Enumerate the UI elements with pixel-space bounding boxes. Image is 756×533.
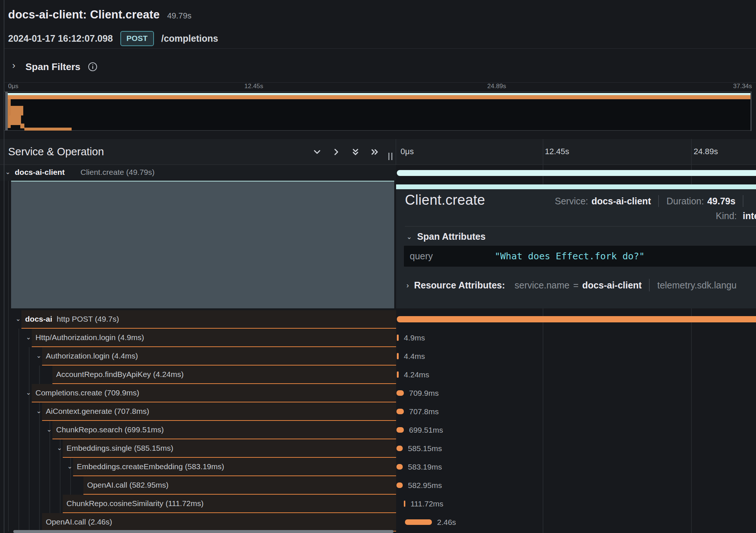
span-duration-marker[interactable]	[396, 464, 403, 470]
chevron-down-icon[interactable]: ⌄	[26, 389, 31, 397]
span-row[interactable]: ⌄ Http/Authorization.login (4.9ms) 4.9ms	[0, 329, 756, 347]
span-service-name: docs-ai	[25, 315, 52, 323]
span-row-timeline-cell[interactable]: 2.46s	[396, 513, 756, 532]
expand-one-icon[interactable]	[331, 147, 341, 157]
span-duration-marker[interactable]	[397, 371, 399, 378]
span-row[interactable]: ⌄ OpenAI.call (582.95ms) 582.95ms	[0, 476, 756, 495]
resource-attributes-section[interactable]: › Resource Attributes: service.name = do…	[406, 279, 736, 291]
span-duration-marker[interactable]	[396, 427, 404, 433]
chevron-down-icon[interactable]: ⌄	[36, 352, 41, 360]
span-row-timeline-cell[interactable]: 709.9ms	[396, 384, 756, 402]
chevron-down-icon[interactable]: ⌄	[36, 407, 41, 415]
span-row-timeline-cell[interactable]: 4.9ms	[396, 329, 756, 347]
detail-meta-row: Service: docs-ai-client Duration: 49.79s	[555, 195, 751, 207]
duration-label: Duration:	[666, 196, 704, 207]
span-attributes-section[interactable]: ⌄ Span Attributes	[406, 231, 485, 242]
span-duration-label: 583.19ms	[408, 458, 442, 476]
root-span-row[interactable]: ⌄ docs-ai-client Client.create (49.79s)	[0, 165, 756, 181]
span-row-timeline-cell[interactable]: 582.95ms	[396, 476, 756, 495]
span-operation-label: ChunkRepo.cosineSimilarity (111.72ms)	[66, 499, 204, 508]
info-icon[interactable]	[87, 62, 98, 72]
span-duration-marker[interactable]	[404, 501, 405, 507]
trace-minimap[interactable]	[4, 91, 752, 131]
chevron-right-icon[interactable]: ›	[12, 60, 16, 71]
expand-all-icon[interactable]	[370, 147, 380, 157]
root-span-row-left[interactable]: ⌄ docs-ai-client Client.create (49.79s)	[0, 165, 396, 181]
span-row-timeline-cell[interactable]: 707.8ms	[396, 402, 756, 421]
span-duration-marker[interactable]	[396, 409, 404, 414]
span-row-tree-cell[interactable]: ⌄ docs-ai http POST (49.7s)	[0, 310, 396, 329]
span-operation-label: Embeddings.single (585.15ms)	[66, 444, 173, 453]
chevron-down-icon[interactable]: ⌄	[16, 315, 21, 323]
span-duration-marker[interactable]	[397, 335, 399, 341]
collapse-all-icon[interactable]	[350, 147, 361, 157]
span-row-timeline-cell[interactable]: 4.4ms	[396, 347, 756, 366]
attribute-key: query	[410, 246, 433, 267]
span-row-tree-cell[interactable]: ⌄ Authorization.login (4.4ms)	[0, 347, 396, 366]
span-row[interactable]: ⌄ Embeddings.single (585.15ms) 585.15ms	[0, 439, 756, 458]
span-filters-section[interactable]: › Span Filters	[0, 58, 332, 77]
duration-value: 49.79s	[707, 196, 735, 207]
root-span-duration-bar[interactable]	[397, 170, 756, 176]
span-row-timeline-cell[interactable]: 585.15ms	[396, 439, 756, 458]
column-resize-handle[interactable]	[388, 153, 394, 160]
chevron-down-icon[interactable]: ⌄	[26, 333, 31, 341]
span-row-surface: Embeddings.createEmbedding (583.19ms)	[73, 458, 396, 476]
span-duration-marker[interactable]	[397, 353, 399, 359]
span-row-surface: docs-ai http POST (49.7s)	[21, 310, 396, 329]
span-row[interactable]: ⌄ Embeddings.createEmbedding (583.19ms) …	[0, 458, 756, 476]
span-duration-marker[interactable]	[396, 446, 403, 451]
span-row-tree-cell[interactable]: ⌄ AccountRepo.findByApiKey (4.24ms)	[0, 366, 396, 384]
span-row-tree-cell[interactable]: ⌄ ChunkRepo.cosineSimilarity (111.72ms)	[0, 495, 396, 513]
span-row-tree-cell[interactable]: ⌄ Embeddings.single (585.15ms)	[0, 439, 396, 458]
minimap-tick-label: 0μs	[8, 83, 18, 90]
collapse-one-icon[interactable]	[312, 147, 322, 157]
minimap-tick-label: 24.89s	[487, 83, 506, 90]
span-row-timeline-cell[interactable]: 111.72ms	[396, 495, 756, 513]
resource-key: service.name	[515, 280, 570, 291]
minimap-drag-handle[interactable]	[5, 92, 8, 130]
chevron-down-icon[interactable]: ⌄	[406, 233, 412, 241]
attribute-value: "What does Effect.fork do?"	[495, 246, 645, 267]
span-duration-marker[interactable]	[405, 519, 432, 525]
span-operation-label: Http/Authorization.login (4.9ms)	[35, 333, 144, 342]
span-row[interactable]: ⌄ AccountRepo.findByApiKey (4.24ms) 4.24…	[0, 366, 756, 384]
span-row[interactable]: ⌄ ChunkRepo.cosineSimilarity (111.72ms) …	[0, 495, 756, 513]
chevron-down-icon[interactable]: ⌄	[5, 168, 10, 176]
span-row-tree-cell[interactable]: ⌄ Completions.create (709.9ms)	[0, 384, 396, 402]
span-row[interactable]: ⌄ OpenAI.call (2.46s) 2.46s	[0, 513, 756, 532]
span-row-tree-cell[interactable]: ⌄ Embeddings.createEmbedding (583.19ms)	[0, 458, 396, 476]
span-detail-left-panel	[11, 181, 394, 308]
span-duration-label: 2.46s	[437, 513, 456, 531]
span-row[interactable]: ⌄ ChunkRepo.search (699.51ms) 699.51ms	[0, 421, 756, 439]
span-row-tree-cell[interactable]: ⌄ ChunkRepo.search (699.51ms)	[0, 421, 396, 439]
divider	[658, 195, 659, 207]
minimap-tick-label: 12.45s	[244, 83, 263, 90]
span-operation-label: OpenAI.call (582.95ms)	[87, 481, 169, 489]
span-row[interactable]: ⌄ AiContext.generate (707.8ms) 707.8ms	[0, 402, 756, 421]
span-row[interactable]: ⌄ Authorization.login (4.4ms) 4.4ms	[0, 347, 756, 366]
span-row-timeline-cell[interactable]: 4.24ms	[396, 366, 756, 384]
chevron-down-icon[interactable]: ⌄	[67, 463, 72, 470]
span-tree: ⌄ docs-ai http POST (49.7s) ⌄ Http/Autho…	[0, 310, 756, 532]
service-operation-header: Service & Operation	[8, 139, 104, 164]
span-row-tree-cell[interactable]: ⌄ OpenAI.call (2.46s)	[0, 513, 396, 532]
tree-horizontal-scrollbar[interactable]	[13, 530, 394, 533]
span-row-timeline-cell[interactable]: 583.19ms	[396, 458, 756, 476]
span-duration-label: 4.24ms	[404, 366, 429, 384]
kind-value: inte	[743, 211, 756, 221]
span-row-tree-cell[interactable]: ⌄ Http/Authorization.login (4.9ms)	[0, 329, 396, 347]
span-duration-marker[interactable]	[396, 482, 403, 488]
chevron-down-icon[interactable]: ⌄	[57, 444, 62, 452]
span-row[interactable]: ⌄ Completions.create (709.9ms) 709.9ms	[0, 384, 756, 402]
chevron-down-icon[interactable]: ⌄	[47, 426, 52, 433]
span-row-tree-cell[interactable]: ⌄ OpenAI.call (582.95ms)	[0, 476, 396, 495]
span-row-timeline-cell[interactable]	[396, 310, 756, 329]
span-duration-marker[interactable]	[396, 390, 404, 396]
span-duration-marker[interactable]	[397, 316, 756, 322]
chevron-right-icon[interactable]: ›	[406, 281, 409, 290]
span-row[interactable]: ⌄ docs-ai http POST (49.7s)	[0, 310, 756, 329]
span-row-timeline-cell[interactable]: 699.51ms	[396, 421, 756, 439]
attribute-row[interactable]: query "What does Effect.fork do?"	[403, 245, 756, 267]
span-row-tree-cell[interactable]: ⌄ AiContext.generate (707.8ms)	[0, 402, 396, 421]
